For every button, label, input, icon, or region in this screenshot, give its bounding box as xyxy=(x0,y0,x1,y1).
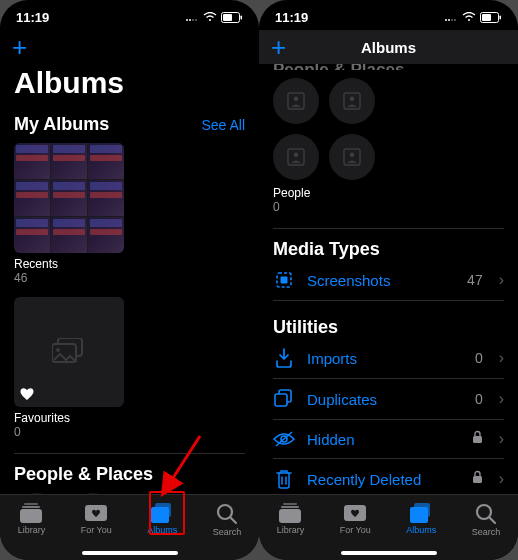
duplicates-label: Duplicates xyxy=(307,391,463,408)
imports-label: Imports xyxy=(307,350,463,367)
signal-icon xyxy=(444,12,458,22)
phone-right: 11:19 + Albums People & Places People 0 … xyxy=(259,0,518,560)
for-you-icon xyxy=(85,503,107,523)
tab-albums[interactable]: Albums xyxy=(406,503,436,535)
nav-bar: + Albums xyxy=(259,30,518,64)
home-indicator[interactable] xyxy=(82,551,178,555)
list-item-screenshots[interactable]: Screenshots 47 › xyxy=(273,260,504,301)
svg-rect-29 xyxy=(500,15,502,19)
tab-for-you-label: For You xyxy=(340,525,371,535)
search-icon xyxy=(475,503,497,525)
recents-album[interactable] xyxy=(14,143,124,253)
wifi-icon xyxy=(203,12,217,22)
people-grid[interactable] xyxy=(273,78,383,180)
svg-rect-46 xyxy=(473,476,482,483)
svg-rect-45 xyxy=(473,436,482,443)
list-item-imports[interactable]: Imports 0 › xyxy=(273,338,504,379)
tab-search[interactable]: Search xyxy=(213,503,242,537)
my-albums-title: My Albums xyxy=(14,114,109,135)
recently-deleted-label: Recently Deleted xyxy=(307,471,460,488)
svg-point-24 xyxy=(448,19,450,21)
tab-for-you[interactable]: For You xyxy=(81,503,112,535)
svg-point-25 xyxy=(451,19,453,21)
people-circle[interactable] xyxy=(273,134,319,180)
tab-for-you[interactable]: For You xyxy=(340,503,371,535)
imports-count: 0 xyxy=(475,350,483,366)
utilities-title: Utilities xyxy=(273,317,504,338)
nav-title: Albums xyxy=(361,39,416,56)
list-item-duplicates[interactable]: Duplicates 0 › xyxy=(273,379,504,420)
tab-search[interactable]: Search xyxy=(472,503,501,537)
svg-rect-7 xyxy=(223,14,232,21)
library-icon xyxy=(279,503,301,523)
library-icon xyxy=(20,503,42,523)
recents-count: 46 xyxy=(14,271,245,285)
svg-rect-20 xyxy=(151,507,169,523)
list-item-recently-deleted[interactable]: Recently Deleted › xyxy=(273,459,504,499)
signal-icon xyxy=(185,12,199,22)
tab-albums-label: Albums xyxy=(406,525,436,535)
status-icons xyxy=(444,12,502,23)
svg-point-1 xyxy=(189,19,191,21)
svg-rect-52 xyxy=(410,507,428,523)
tab-albums[interactable]: Albums xyxy=(147,503,177,535)
favourites-album[interactable] xyxy=(14,297,124,407)
home-indicator[interactable] xyxy=(341,551,437,555)
battery-icon xyxy=(221,12,243,23)
add-button[interactable]: + xyxy=(12,34,27,60)
hidden-icon xyxy=(273,431,295,447)
people-circle[interactable] xyxy=(329,134,375,180)
svg-rect-16 xyxy=(22,506,40,508)
import-icon xyxy=(273,348,295,368)
tab-library[interactable]: Library xyxy=(18,503,46,535)
svg-line-54 xyxy=(489,518,495,524)
person-icon xyxy=(286,147,306,167)
albums-icon xyxy=(151,503,173,523)
svg-rect-17 xyxy=(20,509,42,523)
svg-point-34 xyxy=(350,97,355,102)
people-circle[interactable] xyxy=(273,78,319,124)
status-bar: 11:19 xyxy=(0,0,259,30)
svg-line-22 xyxy=(230,518,236,524)
svg-point-38 xyxy=(350,153,355,158)
status-bar: 11:19 xyxy=(259,0,518,30)
heart-icon xyxy=(20,388,34,401)
trash-icon xyxy=(273,469,295,489)
nav-bar: + xyxy=(0,30,259,64)
favourites-count: 0 xyxy=(14,425,245,439)
list-item-hidden[interactable]: Hidden › xyxy=(273,420,504,459)
screenshots-count: 47 xyxy=(467,272,483,288)
svg-rect-6 xyxy=(241,15,243,19)
svg-point-0 xyxy=(186,19,188,21)
tab-library-label: Library xyxy=(277,525,305,535)
screenshots-icon xyxy=(273,270,295,290)
chevron-right-icon: › xyxy=(499,430,504,448)
tab-search-label: Search xyxy=(472,527,501,537)
svg-rect-48 xyxy=(281,506,299,508)
chevron-right-icon: › xyxy=(499,390,504,408)
svg-point-3 xyxy=(195,19,197,21)
lock-icon xyxy=(472,470,483,488)
status-time: 11:19 xyxy=(275,10,308,25)
chevron-right-icon: › xyxy=(499,271,504,289)
hidden-label: Hidden xyxy=(307,431,460,448)
photos-placeholder-icon xyxy=(52,338,86,366)
add-button[interactable]: + xyxy=(271,34,286,60)
tab-search-label: Search xyxy=(213,527,242,537)
albums-icon xyxy=(410,503,432,523)
tab-for-you-label: For You xyxy=(81,525,112,535)
person-icon xyxy=(342,91,362,111)
svg-point-32 xyxy=(294,97,299,102)
status-time: 11:19 xyxy=(16,10,49,25)
svg-rect-47 xyxy=(283,503,297,505)
tab-library-label: Library xyxy=(18,525,46,535)
see-all-link[interactable]: See All xyxy=(201,117,245,133)
tab-library[interactable]: Library xyxy=(277,503,305,535)
people-circle[interactable] xyxy=(329,78,375,124)
svg-rect-49 xyxy=(279,509,301,523)
search-icon xyxy=(216,503,238,525)
people-count: 0 xyxy=(273,200,504,214)
duplicates-count: 0 xyxy=(475,391,483,407)
status-icons xyxy=(185,12,243,23)
chevron-right-icon: › xyxy=(499,349,504,367)
